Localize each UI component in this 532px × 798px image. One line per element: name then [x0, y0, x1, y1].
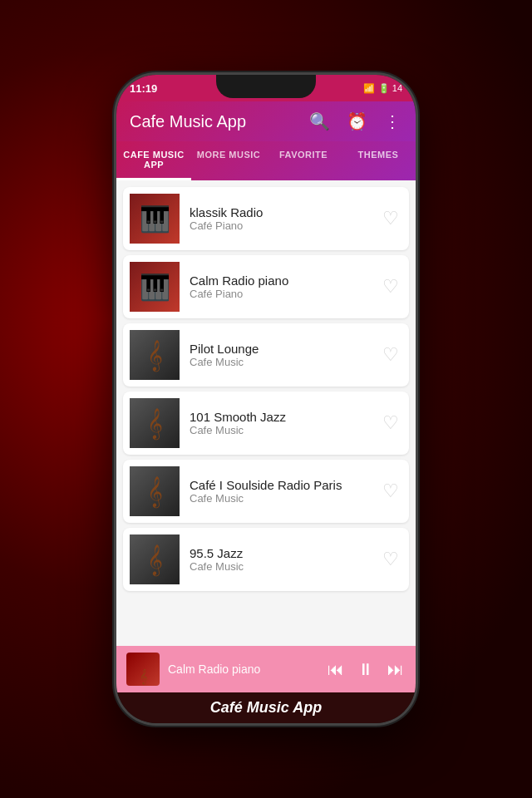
list-item[interactable]: 𝄞 Café I Soulside Radio Paris Cafe Music… [123, 460, 409, 523]
list-item[interactable]: 𝄞 101 Smooth Jazz Cafe Music ♡ [123, 392, 409, 455]
tab-favorite[interactable]: FAVORITE [266, 141, 341, 180]
phone-frame: 11:19 📶 🔋 14 Cafe Music App 🔍 ⏰ ⋮ CAFE M… [116, 75, 416, 723]
track-genre: Cafe Music [190, 356, 369, 368]
tab-bar: CAFE MUSIC APP MORE MUSIC FAVORITE THEME… [116, 141, 416, 180]
app-title: Cafe Music App [130, 112, 246, 131]
track-info: Calm Radio piano Café Piano [190, 273, 369, 300]
track-info: 101 Smooth Jazz Cafe Music [190, 410, 369, 436]
now-playing-thumbnail: 𝄞 [126, 653, 160, 686]
favorite-button[interactable]: ♡ [379, 273, 402, 301]
track-name: Café I Soulside Radio Paris [190, 478, 369, 492]
track-genre: Café Piano [190, 288, 369, 300]
track-name: 101 Smooth Jazz [190, 410, 369, 424]
favorite-button[interactable]: ♡ [379, 545, 402, 574]
track-name: klassik Radio [190, 205, 369, 219]
person-icon: 🎹 [140, 204, 170, 234]
tab-cafe-music-app[interactable]: CAFE MUSIC APP [116, 141, 191, 180]
list-item[interactable]: 𝄞 Pilot Lounge Cafe Music ♡ [123, 323, 409, 387]
alarm-button[interactable]: ⏰ [345, 110, 369, 133]
track-thumbnail: 𝄞 [130, 398, 180, 448]
status-time: 11:19 [130, 82, 157, 95]
track-thumbnail: 𝄞 [130, 534, 180, 584]
favorite-button[interactable]: ♡ [379, 204, 402, 233]
track-name: Calm Radio piano [190, 273, 369, 288]
track-name: 95.5 Jazz [190, 546, 369, 560]
treble-clef-icon: 𝄞 [147, 476, 163, 507]
battery-icon: 🔋 14 [378, 83, 402, 94]
favorite-button[interactable]: ♡ [379, 409, 402, 437]
prev-button[interactable]: ⏮ [326, 658, 346, 681]
list-item[interactable]: 🎹 klassik Radio Café Piano ♡ [123, 187, 409, 250]
person-icon: 🎹 [140, 273, 170, 302]
treble-clef-icon: 𝄞 [147, 340, 163, 371]
list-item[interactable]: 𝄞 95.5 Jazz Cafe Music ♡ [123, 528, 409, 591]
phone-notch [216, 75, 316, 98]
bottom-label: Café Music App [116, 692, 416, 723]
track-thumbnail: 𝄞 [130, 330, 180, 380]
list-item[interactable]: 🎹 Calm Radio piano Café Piano ♡ [123, 255, 409, 318]
now-playing-title: Calm Radio piano [168, 663, 318, 676]
more-button[interactable]: ⋮ [382, 110, 402, 133]
header-icons: 🔍 ⏰ ⋮ [308, 110, 402, 133]
wifi-icon: 📶 [363, 83, 375, 94]
tab-more-music[interactable]: MORE MUSIC [191, 141, 266, 180]
track-genre: Cafe Music [190, 492, 369, 505]
pause-button[interactable]: ⏸ [356, 658, 376, 681]
tab-themes[interactable]: THEMES [341, 141, 416, 180]
track-genre: Cafe Music [190, 424, 369, 436]
track-genre: Cafe Music [190, 560, 369, 573]
track-thumbnail: 🎹 [130, 262, 180, 312]
track-name: Pilot Lounge [190, 342, 369, 356]
app-header: Cafe Music App 🔍 ⏰ ⋮ [116, 101, 416, 141]
treble-clef-icon: 𝄞 [147, 408, 163, 439]
track-info: Café I Soulside Radio Paris Cafe Music [190, 478, 369, 505]
now-playing-bar: 𝄞 Calm Radio piano ⏮ ⏸ ⏭ [116, 646, 416, 692]
search-button[interactable]: 🔍 [308, 110, 332, 133]
favorite-button[interactable]: ♡ [379, 341, 402, 369]
track-info: Pilot Lounge Cafe Music [190, 342, 369, 368]
track-info: klassik Radio Café Piano [190, 205, 369, 232]
playback-controls: ⏮ ⏸ ⏭ [326, 658, 406, 681]
track-genre: Café Piano [190, 219, 369, 232]
track-thumbnail: 𝄞 [130, 466, 180, 516]
track-thumbnail: 🎹 [130, 194, 180, 244]
next-button[interactable]: ⏭ [386, 658, 406, 681]
status-icons: 📶 🔋 14 [363, 83, 402, 94]
track-info: 95.5 Jazz Cafe Music [190, 546, 369, 573]
treble-clef-icon: 𝄞 [147, 544, 163, 575]
track-list: 🎹 klassik Radio Café Piano ♡ 🎹 Calm Radi… [116, 180, 416, 646]
favorite-button[interactable]: ♡ [379, 477, 402, 505]
